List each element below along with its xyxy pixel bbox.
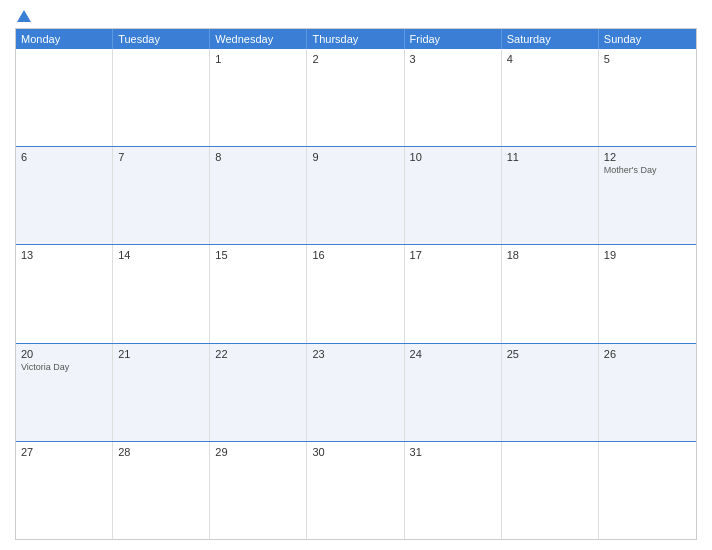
- day-number: 14: [118, 249, 204, 261]
- day-cell: 16: [307, 245, 404, 342]
- day-cell: 14: [113, 245, 210, 342]
- day-cell: 23: [307, 344, 404, 441]
- day-number: 18: [507, 249, 593, 261]
- day-number: 7: [118, 151, 204, 163]
- day-cell: 21: [113, 344, 210, 441]
- day-cell: 4: [502, 49, 599, 146]
- day-cell: 8: [210, 147, 307, 244]
- week-row-3: 20Victoria Day212223242526: [16, 344, 696, 442]
- day-cell: 11: [502, 147, 599, 244]
- day-number: 11: [507, 151, 593, 163]
- day-cell: 30: [307, 442, 404, 539]
- day-cell: 5: [599, 49, 696, 146]
- day-cell: 18: [502, 245, 599, 342]
- day-number: 28: [118, 446, 204, 458]
- week-row-4: 2728293031: [16, 442, 696, 539]
- day-number: 6: [21, 151, 107, 163]
- day-cell: 29: [210, 442, 307, 539]
- week-row-1: 6789101112Mother's Day: [16, 147, 696, 245]
- day-cell: 26: [599, 344, 696, 441]
- day-cell: 24: [405, 344, 502, 441]
- week-row-0: 12345: [16, 49, 696, 147]
- day-number: 5: [604, 53, 691, 65]
- day-header-sunday: Sunday: [599, 29, 696, 49]
- day-cell: 7: [113, 147, 210, 244]
- day-number: 31: [410, 446, 496, 458]
- day-cell: 17: [405, 245, 502, 342]
- day-number: 15: [215, 249, 301, 261]
- day-number: 1: [215, 53, 301, 65]
- day-number: 23: [312, 348, 398, 360]
- day-header-thursday: Thursday: [307, 29, 404, 49]
- day-cell: 20Victoria Day: [16, 344, 113, 441]
- day-cell: 9: [307, 147, 404, 244]
- page-header: [15, 10, 697, 20]
- day-number: 20: [21, 348, 107, 360]
- day-cell: [599, 442, 696, 539]
- day-cell: 10: [405, 147, 502, 244]
- day-cell: 22: [210, 344, 307, 441]
- holiday-label: Victoria Day: [21, 362, 107, 372]
- day-number: 2: [312, 53, 398, 65]
- day-cell: 25: [502, 344, 599, 441]
- day-header-tuesday: Tuesday: [113, 29, 210, 49]
- day-number: 13: [21, 249, 107, 261]
- day-header-saturday: Saturday: [502, 29, 599, 49]
- day-number: 10: [410, 151, 496, 163]
- day-cell: 13: [16, 245, 113, 342]
- day-number: 19: [604, 249, 691, 261]
- day-number: 26: [604, 348, 691, 360]
- logo: [15, 10, 31, 20]
- day-cell: 15: [210, 245, 307, 342]
- day-cell: 31: [405, 442, 502, 539]
- week-row-2: 13141516171819: [16, 245, 696, 343]
- day-cell: 2: [307, 49, 404, 146]
- day-number: 3: [410, 53, 496, 65]
- day-number: 16: [312, 249, 398, 261]
- day-cell: 12Mother's Day: [599, 147, 696, 244]
- calendar: Monday Tuesday Wednesday Thursday Friday…: [15, 28, 697, 540]
- day-number: 9: [312, 151, 398, 163]
- day-number: 27: [21, 446, 107, 458]
- day-number: 4: [507, 53, 593, 65]
- logo-triangle-icon: [17, 10, 31, 22]
- calendar-page: Monday Tuesday Wednesday Thursday Friday…: [0, 0, 712, 550]
- day-cell: 3: [405, 49, 502, 146]
- day-cell: 1: [210, 49, 307, 146]
- day-number: 30: [312, 446, 398, 458]
- holiday-label: Mother's Day: [604, 165, 691, 175]
- day-headers: Monday Tuesday Wednesday Thursday Friday…: [16, 29, 696, 49]
- day-cell: 28: [113, 442, 210, 539]
- day-cell: 19: [599, 245, 696, 342]
- day-header-friday: Friday: [405, 29, 502, 49]
- day-number: 21: [118, 348, 204, 360]
- day-number: 17: [410, 249, 496, 261]
- day-cell: 6: [16, 147, 113, 244]
- day-number: 24: [410, 348, 496, 360]
- day-header-monday: Monday: [16, 29, 113, 49]
- day-number: 8: [215, 151, 301, 163]
- day-number: 29: [215, 446, 301, 458]
- day-cell: [113, 49, 210, 146]
- day-number: 12: [604, 151, 691, 163]
- day-cell: 27: [16, 442, 113, 539]
- day-header-wednesday: Wednesday: [210, 29, 307, 49]
- day-number: 25: [507, 348, 593, 360]
- day-number: 22: [215, 348, 301, 360]
- day-cell: [16, 49, 113, 146]
- day-cell: [502, 442, 599, 539]
- calendar-body: 123456789101112Mother's Day1314151617181…: [16, 49, 696, 539]
